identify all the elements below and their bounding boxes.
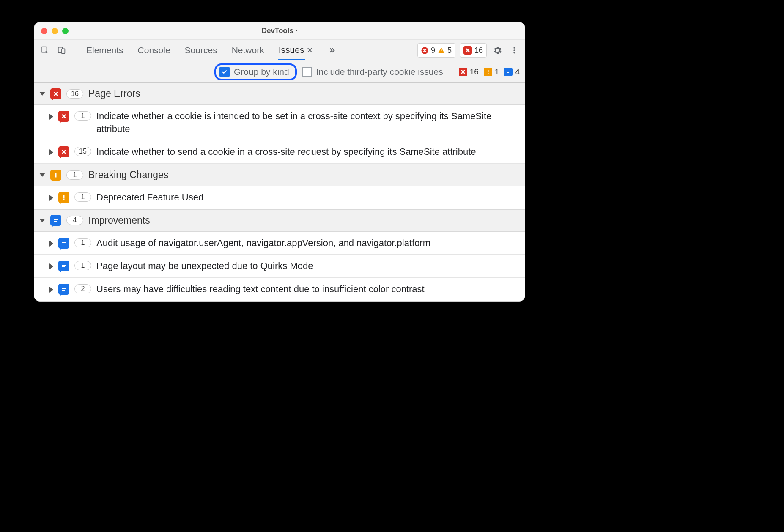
svg-rect-10 xyxy=(488,73,489,74)
issue-message: Indicate whether to send a cookie in a c… xyxy=(96,145,520,158)
chevron-right-icon xyxy=(49,195,53,201)
checkbox-checked-icon xyxy=(219,67,230,77)
titlebar: DevTools · xyxy=(34,22,525,40)
group-by-kind-label: Group by kind xyxy=(234,67,289,77)
divider xyxy=(451,66,451,77)
group-count-badge: 1 xyxy=(66,170,83,180)
chevron-down-icon xyxy=(39,173,45,177)
issue-count-badge: 1 xyxy=(74,238,91,247)
more-vert-icon[interactable] xyxy=(508,44,521,57)
toolbar-warning-stat[interactable]: 1 xyxy=(484,67,499,77)
svg-rect-21 xyxy=(62,265,66,266)
issue-row[interactable]: 1 Page layout may be unexpected due to Q… xyxy=(34,255,525,278)
toolbar-warning-count: 1 xyxy=(495,67,499,77)
issue-row[interactable]: 1 Indicate whether a cookie is intended … xyxy=(34,105,525,140)
svg-rect-5 xyxy=(441,52,441,52)
group-count-badge: 16 xyxy=(66,89,83,99)
chevron-down-icon xyxy=(39,219,45,222)
issues-pill[interactable]: 16 xyxy=(460,43,487,58)
chevron-right-icon xyxy=(49,241,53,247)
svg-rect-22 xyxy=(62,266,65,267)
info-bubble-icon xyxy=(58,238,69,249)
minimize-window-button[interactable] xyxy=(52,28,58,34)
panel-tabs: Elements Console Sources Network Issues … xyxy=(85,41,338,60)
error-bubble-icon xyxy=(50,88,61,99)
toolbar-error-count: 16 xyxy=(470,67,479,77)
tabstrip-right: 9 5 16 xyxy=(417,43,521,58)
close-window-button[interactable] xyxy=(41,28,47,34)
group-label: Improvements xyxy=(88,215,150,226)
warning-square-icon xyxy=(484,68,492,76)
issue-count-badge: 15 xyxy=(74,147,91,156)
warning-count: 5 xyxy=(447,46,452,55)
chevron-down-icon xyxy=(39,92,45,96)
svg-rect-19 xyxy=(62,242,66,243)
error-square-icon xyxy=(459,68,467,76)
svg-rect-16 xyxy=(63,199,65,200)
toolbar-info-stat[interactable]: 4 xyxy=(504,67,520,77)
chevron-right-icon xyxy=(49,263,53,269)
svg-rect-11 xyxy=(507,71,510,71)
error-square-icon xyxy=(463,46,472,55)
svg-rect-17 xyxy=(54,219,58,220)
svg-rect-18 xyxy=(54,221,57,222)
tab-elements[interactable]: Elements xyxy=(85,41,124,60)
group-header-page-errors[interactable]: 16 Page Errors xyxy=(34,83,525,105)
svg-point-7 xyxy=(513,49,515,51)
group-label: Breaking Changes xyxy=(88,169,168,181)
more-tabs-icon[interactable] xyxy=(326,44,338,57)
close-tab-icon[interactable]: ✕ xyxy=(307,46,313,55)
chevron-right-icon xyxy=(49,149,53,155)
error-warning-pill[interactable]: 9 5 xyxy=(417,43,455,58)
info-bubble-icon xyxy=(58,261,69,271)
checkbox-empty-icon xyxy=(302,67,312,77)
warning-triangle-icon xyxy=(438,47,445,54)
issue-message: Page layout may be unexpected due to Qui… xyxy=(96,260,520,272)
issue-message: Audit usage of navigator.userAgent, navi… xyxy=(96,237,520,250)
include-third-party-label: Include third-party cookie issues xyxy=(316,67,443,77)
svg-point-6 xyxy=(513,47,515,49)
error-bubble-icon xyxy=(58,111,69,122)
toolbar-error-stat[interactable]: 16 xyxy=(459,67,479,77)
info-square-icon xyxy=(504,68,513,76)
svg-rect-15 xyxy=(63,195,65,198)
tab-network[interactable]: Network xyxy=(231,41,265,60)
traffic-lights xyxy=(41,28,69,34)
svg-rect-12 xyxy=(507,72,509,73)
group-header-improvements[interactable]: 4 Improvements xyxy=(34,209,525,232)
issue-message: Deprecated Feature Used xyxy=(96,191,520,204)
group-header-breaking-changes[interactable]: 1 Breaking Changes xyxy=(34,164,525,186)
issue-row[interactable]: 2 Users may have difficulties reading te… xyxy=(34,278,525,301)
tab-issues[interactable]: Issues xyxy=(278,41,305,60)
issue-row[interactable]: 1 Audit usage of navigator.userAgent, na… xyxy=(34,232,525,255)
svg-rect-13 xyxy=(55,173,57,176)
info-bubble-icon xyxy=(50,215,61,226)
issue-message: Users may have difficulties reading text… xyxy=(96,283,520,296)
issue-message: Indicate whether a cookie is intended to… xyxy=(96,110,520,135)
error-count: 9 xyxy=(431,46,435,55)
zoom-window-button[interactable] xyxy=(62,28,69,34)
issues-count: 16 xyxy=(474,46,483,55)
issues-body: 16 Page Errors 1 Indicate whether a cook… xyxy=(34,83,525,301)
issue-row[interactable]: 15 Indicate whether to send a cookie in … xyxy=(34,140,525,164)
include-third-party-checkbox[interactable]: Include third-party cookie issues xyxy=(302,67,443,77)
svg-point-8 xyxy=(513,52,515,53)
gear-icon[interactable] xyxy=(491,44,504,57)
devtools-window: DevTools · Elements Console Sources Netw… xyxy=(34,22,525,302)
svg-rect-20 xyxy=(62,244,65,244)
device-toggle-icon[interactable] xyxy=(55,44,68,57)
tab-sources[interactable]: Sources xyxy=(184,41,218,60)
tab-console[interactable]: Console xyxy=(137,41,171,60)
inspect-element-icon[interactable] xyxy=(38,44,51,57)
group-label: Page Errors xyxy=(88,88,140,99)
svg-rect-2 xyxy=(62,49,65,53)
svg-rect-23 xyxy=(62,288,66,289)
group-by-kind-checkbox[interactable]: Group by kind xyxy=(214,63,297,80)
divider xyxy=(75,45,75,56)
svg-rect-14 xyxy=(55,176,57,177)
issue-count-badge: 1 xyxy=(74,261,91,270)
svg-rect-9 xyxy=(488,70,489,72)
issue-row[interactable]: 1 Deprecated Feature Used xyxy=(34,186,525,209)
info-bubble-icon xyxy=(58,284,69,295)
issues-toolbar: Group by kind Include third-party cookie… xyxy=(34,61,525,83)
